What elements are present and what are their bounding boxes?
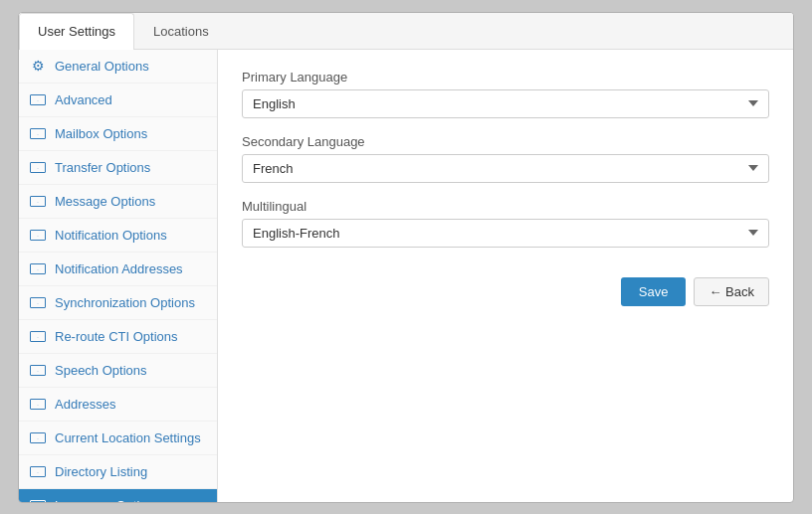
envelope-icon (29, 329, 47, 343)
sidebar-item-current-location-settings[interactable]: Current Location Settings (19, 422, 217, 455)
envelope-icon (29, 430, 47, 444)
sidebar-item-language-options[interactable]: Language Options (19, 489, 217, 502)
sidebar-item-notification-addresses[interactable]: Notification Addresses (19, 253, 217, 286)
sidebar-label-general-options: General Options (55, 59, 149, 74)
primary-language-select[interactable]: English French Spanish German (242, 89, 769, 118)
sidebar-label-notification-addresses: Notification Addresses (55, 261, 183, 276)
sidebar-label-speech-options: Speech Options (55, 363, 147, 378)
gear-icon: ⚙ (29, 59, 47, 73)
sidebar-item-addresses[interactable]: Addresses (19, 388, 217, 422)
secondary-language-group: Secondary Language French English Spanis… (242, 134, 769, 183)
envelope-icon (29, 464, 47, 478)
envelope-icon (29, 194, 47, 208)
sidebar-item-mailbox-options[interactable]: Mailbox Options (19, 117, 217, 151)
sidebar-label-transfer-options: Transfer Options (55, 160, 150, 175)
button-row: Save Back (242, 277, 769, 306)
sidebar-item-directory-listing[interactable]: Directory Listing (19, 455, 217, 489)
secondary-language-label: Secondary Language (242, 134, 769, 149)
envelope-icon (29, 160, 47, 174)
envelope-icon (29, 261, 47, 275)
multilingual-group: Multilingual English-French English-Span… (242, 199, 769, 248)
sidebar-label-notification-options: Notification Options (55, 228, 167, 243)
back-button[interactable]: Back (694, 277, 769, 306)
multilingual-select[interactable]: English-French English-Spanish English-G… (242, 219, 769, 248)
sidebar-item-message-options[interactable]: Message Options (19, 185, 217, 219)
sidebar-item-advanced[interactable]: Advanced (19, 84, 217, 117)
sidebar: ⚙ General Options Advanced Mailbox Optio… (19, 50, 218, 502)
primary-language-group: Primary Language English French Spanish … (242, 70, 769, 118)
sidebar-item-reroute-cti-options[interactable]: Re-route CTI Options (19, 320, 217, 354)
envelope-icon (29, 295, 47, 309)
envelope-icon (29, 397, 47, 411)
envelope-icon (29, 363, 47, 377)
tab-user-settings[interactable]: User Settings (19, 13, 134, 50)
sidebar-label-advanced: Advanced (55, 92, 112, 107)
sidebar-item-notification-options[interactable]: Notification Options (19, 219, 217, 253)
envelope-icon (29, 498, 47, 502)
body-layout: ⚙ General Options Advanced Mailbox Optio… (19, 50, 793, 502)
sidebar-label-mailbox-options: Mailbox Options (55, 126, 147, 141)
main-container: User Settings Locations ⚙ General Option… (18, 12, 794, 503)
primary-language-label: Primary Language (242, 70, 769, 85)
sidebar-label-reroute-cti-options: Re-route CTI Options (55, 329, 178, 344)
envelope-icon (29, 92, 47, 106)
envelope-icon (29, 228, 47, 242)
secondary-language-select[interactable]: French English Spanish German (242, 154, 769, 183)
sidebar-label-addresses: Addresses (55, 397, 115, 412)
multilingual-label: Multilingual (242, 199, 769, 214)
sidebar-item-general-options[interactable]: ⚙ General Options (19, 50, 217, 84)
envelope-icon (29, 126, 47, 140)
sidebar-item-synchronization-options[interactable]: Synchronization Options (19, 286, 217, 320)
save-button[interactable]: Save (621, 277, 687, 306)
sidebar-label-message-options: Message Options (55, 194, 155, 209)
sidebar-item-transfer-options[interactable]: Transfer Options (19, 151, 217, 185)
sidebar-label-language-options: Language Options (55, 498, 160, 502)
content-area: Primary Language English French Spanish … (218, 50, 793, 502)
tab-locations[interactable]: Locations (134, 13, 228, 49)
sidebar-label-directory-listing: Directory Listing (55, 464, 147, 479)
sidebar-label-current-location-settings: Current Location Settings (55, 430, 201, 445)
sidebar-item-speech-options[interactable]: Speech Options (19, 354, 217, 388)
tab-bar: User Settings Locations (19, 13, 793, 50)
sidebar-label-synchronization-options: Synchronization Options (55, 295, 195, 310)
